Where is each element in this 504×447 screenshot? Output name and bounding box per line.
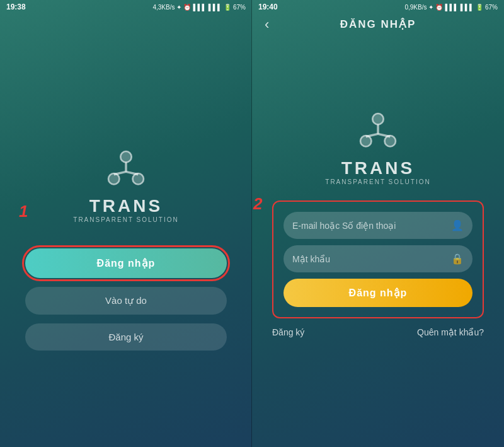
dang-nhap-button[interactable]: Đăng nhập xyxy=(25,248,227,278)
header-title: ĐĂNG NHẬP xyxy=(340,18,416,31)
svg-point-0 xyxy=(120,151,132,163)
left-logo-main: TRANS xyxy=(89,196,163,216)
left-speed: 4,3KB/s xyxy=(152,4,175,11)
dang-ky-button[interactable]: Đăng ký xyxy=(25,323,227,351)
left-screen: 19:38 4,3KB/s ✦ ⏰ ▌▌▌ ▌▌▌ 🔋 67% TRANS TR… xyxy=(0,0,252,447)
email-input[interactable] xyxy=(292,221,451,231)
user-icon: 👤 xyxy=(451,219,464,231)
left-logo-area: TRANS TRANSPARENT SOLUTION xyxy=(73,147,178,223)
battery-icon: 🔋 xyxy=(224,4,231,11)
signal-icon: ▌▌▌ xyxy=(193,4,206,11)
svg-line-4 xyxy=(114,171,126,174)
alarm-icon: ⏰ xyxy=(183,4,191,11)
password-input[interactable] xyxy=(292,254,451,264)
left-button-area: Đăng nhập Vào tự do Đăng ký xyxy=(25,248,227,351)
left-logo-sub: TRANSPARENT SOLUTION xyxy=(73,216,178,223)
right-content: TRANS TRANSPARENT SOLUTION 2 👤 🔒 Đăng nh… xyxy=(252,37,504,447)
left-status-icons: 4,3KB/s ✦ ⏰ ▌▌▌ ▌▌▌ 🔋 67% xyxy=(152,4,246,11)
svg-point-6 xyxy=(372,113,384,125)
svg-point-8 xyxy=(385,136,396,147)
email-field-wrapper[interactable]: 👤 xyxy=(284,212,472,239)
right-logo-area: TRANS TRANSPARENT SOLUTION xyxy=(325,109,430,185)
bluetooth-icon: ✦ xyxy=(176,4,181,11)
svg-line-5 xyxy=(126,171,138,174)
left-logo-icon xyxy=(104,147,148,191)
wifi-icon: ▌▌▌ xyxy=(209,4,222,11)
left-step-number: 1 xyxy=(19,202,28,221)
right-logo-sub: TRANSPARENT SOLUTION xyxy=(325,178,430,185)
right-screen: 19:40 0,9KB/s ✦ ⏰ ▌▌▌ ▌▌▌ 🔋 67% ‹ ĐĂNG N… xyxy=(252,0,504,447)
right-logo-icon xyxy=(356,109,400,153)
svg-point-1 xyxy=(108,173,120,185)
svg-line-10 xyxy=(366,134,378,136)
register-link[interactable]: Đăng ký xyxy=(272,327,304,337)
svg-point-7 xyxy=(360,136,372,147)
lock-icon: 🔒 xyxy=(451,253,464,265)
right-logo-main: TRANS xyxy=(341,158,415,178)
bottom-links: Đăng ký Quên mật khẩu? xyxy=(272,327,484,337)
right-step-number: 2 xyxy=(253,194,262,214)
back-button[interactable]: ‹ xyxy=(265,16,269,33)
svg-point-2 xyxy=(133,173,144,185)
vao-tu-do-button[interactable]: Vào tự do xyxy=(25,287,227,315)
login-form-box: 👤 🔒 Đăng nhập xyxy=(272,200,484,318)
right-header: ‹ ĐĂNG NHẬP xyxy=(252,0,504,37)
svg-line-11 xyxy=(378,134,390,136)
left-battery: 67% xyxy=(233,4,246,11)
password-field-wrapper[interactable]: 🔒 xyxy=(284,245,472,272)
forgot-link[interactable]: Quên mật khẩu? xyxy=(417,327,484,337)
left-status-bar: 19:38 4,3KB/s ✦ ⏰ ▌▌▌ ▌▌▌ 🔋 67% xyxy=(0,0,252,14)
left-time: 19:38 xyxy=(6,3,26,11)
login-submit-button[interactable]: Đăng nhập xyxy=(284,279,472,307)
